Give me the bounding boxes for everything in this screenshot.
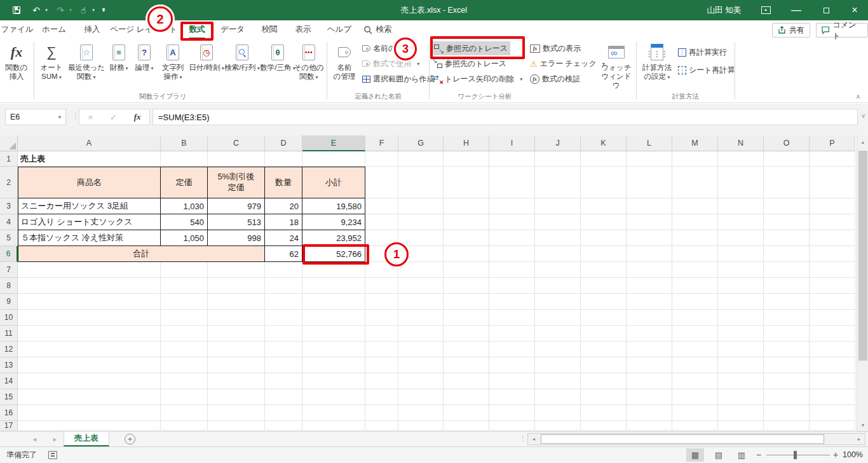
cell-A16[interactable] bbox=[18, 405, 161, 421]
cell-H9[interactable] bbox=[444, 294, 489, 310]
cell-H13[interactable] bbox=[444, 357, 489, 373]
cell-A2[interactable]: 商品名 bbox=[18, 167, 161, 198]
cell-D6[interactable]: 62 bbox=[265, 246, 302, 262]
cell-F13[interactable] bbox=[365, 357, 398, 373]
cell-E12[interactable] bbox=[302, 342, 365, 357]
cell-F1[interactable] bbox=[365, 151, 398, 167]
cell-L6[interactable] bbox=[627, 246, 672, 262]
cell-C12[interactable] bbox=[208, 342, 265, 357]
cell-J6[interactable] bbox=[535, 246, 581, 262]
cell-L5[interactable] bbox=[627, 230, 672, 246]
cell-K7[interactable] bbox=[581, 262, 627, 278]
cell-O2[interactable] bbox=[764, 167, 810, 198]
row-header-17[interactable]: 17 bbox=[0, 421, 18, 431]
zoom-out-button[interactable]: − bbox=[756, 447, 761, 463]
cell-E8[interactable] bbox=[302, 278, 365, 294]
cell-C17[interactable] bbox=[208, 421, 265, 431]
cell-J9[interactable] bbox=[535, 294, 581, 310]
cell-E16[interactable] bbox=[302, 405, 365, 421]
cell-H3[interactable] bbox=[444, 198, 489, 214]
cell-G7[interactable] bbox=[398, 262, 444, 278]
row-header-1[interactable]: 1 bbox=[0, 151, 18, 167]
cell-N14[interactable] bbox=[718, 373, 764, 389]
cell-K11[interactable] bbox=[581, 326, 627, 342]
cell-H5[interactable] bbox=[444, 230, 489, 246]
cell-N6[interactable] bbox=[718, 246, 764, 262]
evaluate-formula-button[interactable]: fx 数式の検証 bbox=[530, 72, 580, 86]
cell-J10[interactable] bbox=[535, 310, 581, 326]
cell-P16[interactable] bbox=[810, 405, 855, 421]
cell-J5[interactable] bbox=[535, 230, 581, 246]
row-header-13[interactable]: 13 bbox=[0, 357, 18, 373]
name-box[interactable]: E6 ▼ bbox=[5, 109, 66, 125]
cell-K10[interactable] bbox=[581, 310, 627, 326]
cell-K15[interactable] bbox=[581, 389, 627, 405]
cell-K5[interactable] bbox=[581, 230, 627, 246]
cell-C11[interactable] bbox=[208, 326, 265, 342]
cell-N3[interactable] bbox=[718, 198, 764, 214]
cell-A11[interactable] bbox=[18, 326, 161, 342]
cell-P11[interactable] bbox=[810, 326, 855, 342]
close-button[interactable]: × bbox=[844, 0, 865, 20]
cell-B2[interactable]: 定価 bbox=[161, 167, 208, 198]
save-button[interactable] bbox=[9, 0, 24, 20]
cell-D2[interactable]: 数量 bbox=[265, 167, 302, 198]
cell-M6[interactable] bbox=[672, 246, 718, 262]
cell-A17[interactable] bbox=[18, 421, 161, 431]
cell-C15[interactable] bbox=[208, 389, 265, 405]
cell-K2[interactable] bbox=[581, 167, 627, 198]
cell-G12[interactable] bbox=[398, 342, 444, 357]
column-header-F[interactable]: F bbox=[365, 135, 398, 151]
cell-F14[interactable] bbox=[365, 373, 398, 389]
cell-M13[interactable] bbox=[672, 357, 718, 373]
cell-J15[interactable] bbox=[535, 389, 581, 405]
cell-K13[interactable] bbox=[581, 357, 627, 373]
cell-F15[interactable] bbox=[365, 389, 398, 405]
cell-C7[interactable] bbox=[208, 262, 265, 278]
cell-B5[interactable]: 1,050 bbox=[161, 230, 208, 246]
cell-H2[interactable] bbox=[444, 167, 489, 198]
cell-P13[interactable] bbox=[810, 357, 855, 373]
row-header-5[interactable]: 5 bbox=[0, 230, 18, 246]
cell-D16[interactable] bbox=[265, 405, 302, 421]
cell-B1[interactable] bbox=[161, 151, 208, 167]
cell-K8[interactable] bbox=[581, 278, 627, 294]
calculate-sheet-button[interactable]: ⋮ シート再計算 bbox=[678, 63, 735, 77]
cell-I3[interactable] bbox=[489, 198, 535, 214]
cell-P3[interactable] bbox=[810, 198, 855, 214]
cell-H6[interactable] bbox=[444, 246, 489, 262]
cell-H12[interactable] bbox=[444, 342, 489, 357]
cell-I12[interactable] bbox=[489, 342, 535, 357]
cell-I2[interactable] bbox=[489, 167, 535, 198]
date-time-button[interactable]: ◷ 日付/時刻 bbox=[189, 41, 224, 90]
cell-M3[interactable] bbox=[672, 198, 718, 214]
cell-A4[interactable]: ロゴ入り ショート丈ソックス bbox=[18, 214, 161, 230]
cell-L8[interactable] bbox=[627, 278, 672, 294]
calculation-options-button[interactable]: ⋮⋮⋮ 計算方法 の設定 bbox=[639, 41, 675, 90]
cell-B4[interactable]: 540 bbox=[161, 214, 208, 230]
cell-G5[interactable] bbox=[398, 230, 444, 246]
cell-B16[interactable] bbox=[161, 405, 208, 421]
cell-F8[interactable] bbox=[365, 278, 398, 294]
cell-I5[interactable] bbox=[489, 230, 535, 246]
show-formulas-button[interactable]: fx 数式の表示 bbox=[530, 41, 581, 55]
cell-H7[interactable] bbox=[444, 262, 489, 278]
cell-D8[interactable] bbox=[265, 278, 302, 294]
cell-N8[interactable] bbox=[718, 278, 764, 294]
cell-K14[interactable] bbox=[581, 373, 627, 389]
cell-H16[interactable] bbox=[444, 405, 489, 421]
cell-N10[interactable] bbox=[718, 310, 764, 326]
cell-A9[interactable] bbox=[18, 294, 161, 310]
cell-C3[interactable]: 979 bbox=[208, 198, 265, 214]
cell-G11[interactable] bbox=[398, 326, 444, 342]
new-sheet-button[interactable]: + bbox=[125, 434, 135, 445]
cell-M8[interactable] bbox=[672, 278, 718, 294]
cell-A7[interactable] bbox=[18, 262, 161, 278]
tab-view[interactable]: 表示 bbox=[295, 20, 311, 39]
vertical-scrollbar[interactable]: ▲ ▼ bbox=[857, 135, 868, 431]
row-header-7[interactable]: 7 bbox=[0, 262, 18, 278]
cell-D3[interactable]: 20 bbox=[265, 198, 302, 214]
cell-F10[interactable] bbox=[365, 310, 398, 326]
collapse-ribbon-button[interactable]: ∧ bbox=[856, 93, 860, 100]
cell-L15[interactable] bbox=[627, 389, 672, 405]
